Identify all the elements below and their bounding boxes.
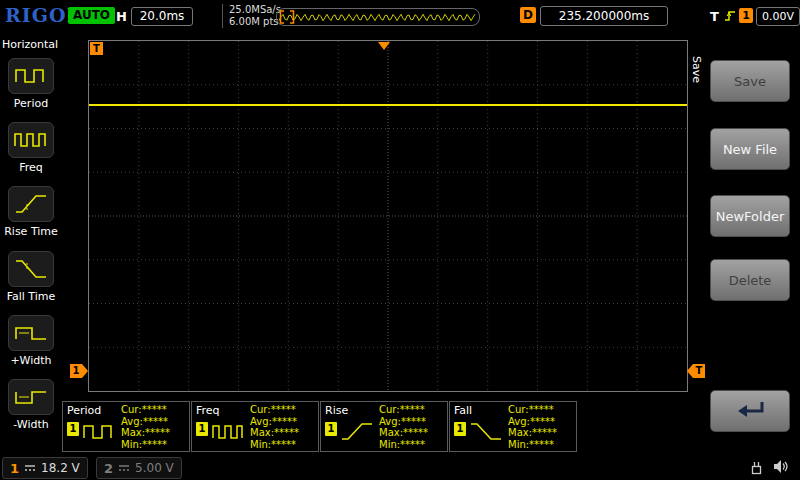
delay-readout: 235.200000ms	[540, 6, 668, 26]
channel1-number: 1	[10, 461, 19, 476]
meas-cur: Cur:*****	[379, 404, 428, 416]
meas-avg: Avg:*****	[508, 416, 557, 428]
measurement-stats: Cur:***** Avg:***** Max:***** Min:*****	[121, 404, 170, 450]
horizontal-label: H	[116, 9, 127, 24]
preview-sine-wave	[279, 14, 475, 20]
channel1-status: 1 18.2 V	[2, 457, 88, 479]
dc-coupling-icon	[24, 464, 36, 473]
measurement-period: Period 1 Cur:***** Avg:***** Max:***** M…	[62, 401, 190, 452]
meas-cur: Cur:*****	[508, 404, 557, 416]
oscilloscope-screen: RIGOL AUTO H 20.0ms 25.0MSa/s 6.00M pts …	[0, 0, 800, 480]
channel2-number: 2	[104, 461, 113, 476]
graticule-grid	[89, 41, 687, 391]
memory-depth: 6.00M pts	[229, 16, 281, 28]
meas-avg: Avg:*****	[250, 416, 299, 428]
softkey-save[interactable]: Save	[710, 60, 790, 102]
dc-coupling-icon	[118, 464, 130, 473]
trigger-label: T	[710, 9, 719, 24]
return-arrow-icon	[729, 398, 771, 424]
menu-item-neg-width[interactable]: -Width	[2, 379, 60, 431]
channel1-offset-marker: 1	[70, 364, 88, 378]
channel1-badge: 1	[67, 422, 79, 436]
measurement-readouts: Period 1 Cur:***** Avg:***** Max:***** M…	[62, 401, 578, 452]
softkey-delete[interactable]: Delete	[710, 259, 790, 301]
marker-arrow-icon	[82, 364, 88, 378]
measurement-name: Period	[67, 404, 101, 417]
channel1-scale: 18.2 V	[41, 461, 80, 475]
measurement-name: Fall	[454, 404, 472, 417]
measure-menu: Horizontal Period Freq Rise Time Fall Ti…	[0, 32, 62, 455]
meas-max: Max:*****	[250, 427, 299, 439]
measurement-stats: Cur:***** Avg:***** Max:***** Min:*****	[508, 404, 557, 450]
meas-min: Min:*****	[379, 439, 428, 451]
trigger-slope-icon	[724, 8, 736, 23]
delay-badge: D	[520, 7, 536, 23]
speaker-icon	[772, 459, 789, 474]
menu-item-label: Rise Time	[4, 225, 58, 238]
menu-item-rise-time[interactable]: Rise Time	[2, 186, 60, 238]
measurement-name: Freq	[196, 404, 220, 417]
waveform-display: T	[88, 40, 688, 392]
menu-item-freq[interactable]: Freq	[2, 122, 60, 174]
measure-menu-title: Horizontal	[2, 38, 58, 51]
channel1-badge: 1	[196, 422, 208, 436]
menu-item-label: Freq	[19, 161, 43, 174]
fall-edge-icon	[8, 251, 54, 287]
channel1-marker-label: 1	[70, 364, 82, 378]
top-status-bar: RIGOL AUTO H 20.0ms 25.0MSa/s 6.00M pts …	[0, 0, 800, 33]
channel2-status: 2 5.00 V	[96, 457, 182, 479]
channel2-scale: 5.00 V	[135, 461, 174, 475]
timebase-readout: 20.0ms	[131, 7, 193, 26]
menu-item-period[interactable]: Period	[2, 58, 60, 110]
period-squarewave-icon	[8, 58, 54, 94]
menu-item-pos-width[interactable]: +Width	[2, 315, 60, 367]
fall-edge-icon	[469, 420, 503, 444]
meas-min: Min:*****	[121, 439, 170, 451]
sample-rate: 25.0MSa/s	[229, 4, 281, 16]
measurement-stats: Cur:***** Avg:***** Max:***** Min:*****	[379, 404, 428, 450]
meas-max: Max:*****	[508, 427, 557, 439]
freq-squarewave-icon	[8, 122, 54, 158]
meas-cur: Cur:*****	[121, 404, 170, 416]
trigger-corner-marker: T	[90, 42, 103, 55]
meas-avg: Avg:*****	[121, 416, 170, 428]
run-state-badge: AUTO	[68, 7, 115, 24]
period-squarewave-icon	[82, 420, 116, 444]
trigger-level-readout: 0.00V	[756, 7, 800, 26]
measurement-rise: Rise 1 Cur:***** Avg:***** Max:***** Min…	[320, 401, 448, 452]
meas-min: Min:*****	[508, 439, 557, 451]
usb-icon	[748, 459, 765, 476]
negative-pulse-icon	[8, 379, 54, 415]
meas-min: Min:*****	[250, 439, 299, 451]
rise-edge-icon	[8, 186, 54, 222]
acquisition-info: 25.0MSa/s 6.00M pts	[222, 4, 281, 28]
softkey-new-folder[interactable]: NewFolder	[710, 195, 790, 237]
save-menu: Save Save New File NewFolder Delete	[688, 32, 800, 480]
measurement-name: Rise	[325, 404, 348, 417]
meas-max: Max:*****	[121, 427, 170, 439]
rise-edge-icon	[340, 420, 374, 444]
channel1-badge: 1	[454, 422, 466, 436]
measurement-stats: Cur:***** Avg:***** Max:***** Min:*****	[250, 404, 299, 450]
menu-item-label: +Width	[10, 354, 51, 367]
bottom-status-bar: 1 18.2 V 2 5.00 V	[0, 455, 800, 480]
menu-item-fall-time[interactable]: Fall Time	[2, 251, 60, 303]
measurement-freq: Freq 1 Cur:***** Avg:***** Max:***** Min…	[191, 401, 319, 452]
softkey-back[interactable]	[710, 390, 790, 432]
trigger-position-marker	[378, 42, 390, 50]
positive-pulse-icon	[8, 315, 54, 351]
meas-avg: Avg:*****	[379, 416, 428, 428]
menu-tab-save: Save	[690, 56, 703, 83]
menu-item-label: Fall Time	[7, 290, 56, 303]
freq-squarewave-icon	[211, 420, 245, 444]
channel1-trace	[89, 104, 687, 106]
trigger-source-badge: 1	[739, 8, 753, 23]
menu-item-label: -Width	[13, 418, 48, 431]
softkey-new-file[interactable]: New File	[710, 128, 790, 170]
channel1-badge: 1	[325, 422, 337, 436]
waveform-overview-strip	[276, 8, 480, 26]
meas-max: Max:*****	[379, 427, 428, 439]
menu-item-label: Period	[14, 97, 48, 110]
window-left-bracket	[281, 11, 285, 23]
measurement-fall: Fall 1 Cur:***** Avg:***** Max:***** Min…	[449, 401, 577, 452]
